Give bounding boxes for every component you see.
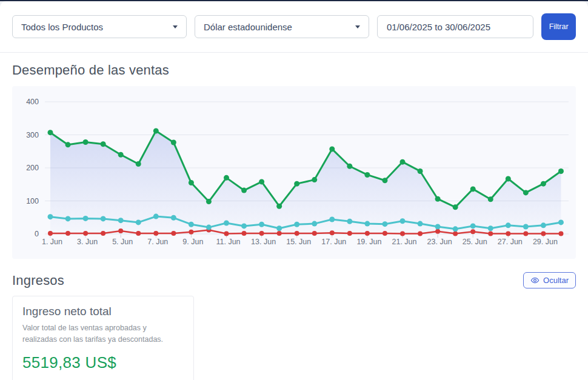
svg-text:1. Jun: 1. Jun — [42, 238, 62, 246]
currency-select[interactable]: Dólar estadounidense — [195, 15, 369, 38]
chevron-down-icon — [173, 25, 178, 28]
product-select[interactable]: Todos los Productos — [12, 15, 187, 38]
svg-text:23. Jun: 23. Jun — [427, 238, 452, 246]
svg-text:11. Jun: 11. Jun — [216, 238, 240, 246]
svg-text:9. Jun: 9. Jun — [182, 238, 203, 246]
net-income-title: Ingreso neto total — [22, 305, 184, 318]
sales-section-header: Desempeño de las ventas — [0, 53, 588, 86]
svg-text:25. Jun: 25. Jun — [463, 238, 487, 246]
svg-text:19. Jun: 19. Jun — [356, 238, 381, 246]
svg-text:17. Jun: 17. Jun — [321, 238, 346, 246]
sales-performance-title: Desempeño de las ventas — [12, 62, 576, 78]
svg-text:5. Jun: 5. Jun — [112, 238, 133, 246]
currency-select-value: Dólar estadounidense — [204, 22, 292, 32]
hide-button-label: Ocultar — [543, 276, 569, 285]
svg-text:0: 0 — [35, 230, 39, 238]
net-income-description: Valor total de las ventas aprobadas y re… — [22, 322, 180, 345]
ingresos-title: Ingresos — [12, 273, 64, 288]
svg-text:200: 200 — [26, 164, 39, 172]
svg-text:3. Jun: 3. Jun — [77, 238, 98, 246]
sales-chart[interactable]: 01002003004001. Jun3. Jun5. Jun7. Jun9. … — [12, 86, 576, 259]
svg-text:21. Jun: 21. Jun — [392, 238, 416, 246]
svg-text:100: 100 — [26, 197, 39, 205]
date-range-input[interactable] — [377, 15, 533, 38]
svg-text:300: 300 — [26, 131, 39, 139]
svg-text:400: 400 — [26, 98, 39, 106]
hide-button[interactable]: Ocultar — [523, 272, 576, 288]
sales-chart-svg[interactable]: 01002003004001. Jun3. Jun5. Jun7. Jun9. … — [12, 86, 576, 259]
svg-text:13. Jun: 13. Jun — [251, 238, 276, 246]
filter-button[interactable]: Filtrar — [541, 13, 576, 40]
net-income-value: 5519,83 US$ — [22, 353, 184, 372]
filter-bar: Todos los Productos Dólar estadounidense… — [0, 1, 588, 53]
chevron-down-icon — [355, 25, 360, 28]
svg-text:15. Jun: 15. Jun — [286, 238, 311, 246]
net-income-card: Ingreso neto total Valor total de las ve… — [12, 296, 194, 380]
svg-text:29. Jun: 29. Jun — [533, 238, 558, 246]
eye-icon — [530, 276, 540, 285]
svg-text:7. Jun: 7. Jun — [147, 238, 168, 246]
dashboard-page: Todos los Productos Dólar estadounidense… — [0, 1, 588, 380]
svg-text:27. Jun: 27. Jun — [498, 238, 523, 246]
product-select-value: Todos los Productos — [21, 22, 103, 32]
ingresos-section-header: Ingresos Ocultar — [0, 259, 588, 296]
